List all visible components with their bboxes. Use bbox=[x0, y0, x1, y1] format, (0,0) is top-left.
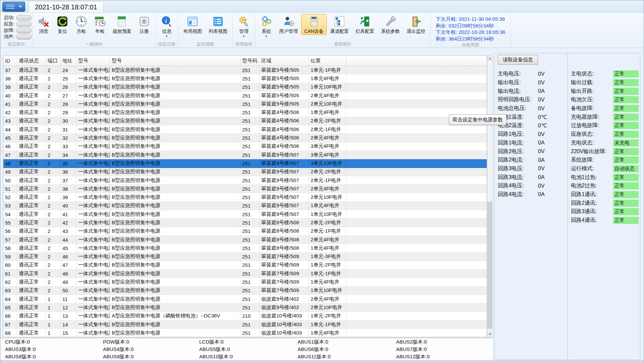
table-row[interactable]: 37通讯正常224一体式集中电源B型应急照明集中电源251翠茵庭5号楼/5051… bbox=[3, 66, 487, 74]
scroll-up-arrow-icon[interactable]: ▲ bbox=[487, 56, 492, 61]
table-row[interactable]: 40通讯正常227一体式集中电源B型应急照明集中电源251翠茵庭5号楼/5052… bbox=[3, 92, 487, 100]
table-cell: 翠茵庭7号楼/509 bbox=[259, 278, 309, 286]
table-row[interactable]: 49通讯正常236一体式集中电源B型应急照明集中电源251翠茵庭9号楼/5072… bbox=[3, 168, 487, 176]
column-header-端口[interactable]: 端口 bbox=[46, 56, 60, 66]
evacuation-plan-button[interactable]: 疏散预案 bbox=[109, 14, 135, 35]
table-cell: 11 bbox=[60, 295, 76, 303]
column-header-型号[interactable]: 型号 bbox=[110, 56, 240, 66]
table-row[interactable]: 65通讯正常112一体式集中电源B型应急照明集中电源251临波庭9号楼/4022… bbox=[3, 303, 487, 312]
column-header-位置[interactable]: 位置 bbox=[309, 56, 346, 66]
table-cell: B型应急照明集中电源 bbox=[110, 125, 240, 134]
table-row[interactable]: 46通讯正常233一体式集中电源B型应急照明集中电源251翠茵庭4号楼/5063… bbox=[3, 142, 487, 151]
table-row[interactable]: 58通讯正常245一体式集中电源B型应急照明集中电源251翠茵庭8号楼/5081… bbox=[3, 244, 487, 252]
reset-button[interactable]: 复位 bbox=[53, 14, 72, 35]
mute-button[interactable]: 消音 bbox=[34, 14, 53, 35]
status-row: 故障: bbox=[4, 27, 32, 34]
column-header-通讯状态[interactable]: 通讯状态 bbox=[17, 56, 46, 66]
status-label: 备电故障: bbox=[571, 105, 613, 112]
table-cell: 2单元4F电井 bbox=[309, 295, 346, 303]
table-row[interactable]: 48通讯正常235一体式集中电源B型应急照明集中电源251翠茵庭9号楼/5073… bbox=[3, 159, 487, 168]
table-row[interactable]: 54通讯正常241一体式集中电源B型应急照明集中电源251翠茵庭9号楼/5071… bbox=[3, 210, 487, 219]
table-row[interactable]: 41通讯正常228一体式集中电源B型应急照明集中电源251翠茵庭5号楼/5052… bbox=[3, 100, 487, 108]
table-cell: 2 bbox=[46, 253, 60, 261]
register-button[interactable]: ®注册 bbox=[135, 14, 154, 35]
vertical-scrollbar[interactable]: ▲ ▼ bbox=[487, 55, 493, 337]
status-label: 充电器故障: bbox=[571, 114, 613, 121]
ribbon-group-label: 一般操作 bbox=[33, 41, 155, 48]
column-header-ID[interactable]: ID bbox=[3, 56, 17, 66]
table-cell: 48 bbox=[3, 159, 17, 168]
lamp-config-button[interactable]: 灯具配置 bbox=[352, 14, 378, 35]
column-header-型号[interactable]: 型号 bbox=[76, 56, 110, 66]
table-row[interactable]: 52通讯正常239一体式集中电源B型应急照明集中电源251翠茵庭9号楼/5072… bbox=[3, 193, 487, 201]
table-row[interactable]: 44通讯正常231一体式集中电源B型应急照明集中电源251翠茵庭4号楼/5062… bbox=[3, 125, 487, 134]
ribbon-group-状态提示: 启动:应急:故障:消声:状态提示 bbox=[0, 13, 33, 48]
reading-value: 0V bbox=[538, 148, 545, 155]
table-row[interactable]: 57通讯正常244一体式集中电源B型应急照明集中电源251翠茵庭8号楼/5082… bbox=[3, 236, 487, 244]
table-cell-filler bbox=[346, 185, 487, 193]
table-row[interactable]: 43通讯正常230一体式集中电源B型应急照明集中电源251翠茵庭4号楼/5062… bbox=[3, 117, 487, 125]
datetime-tab[interactable]: 2021-10-28 18:07:01 bbox=[29, 1, 104, 12]
table-row[interactable]: 60通讯正常247一体式集中电源B型应急照明集中电源251翠茵庭7号楼/5091… bbox=[3, 261, 487, 269]
table-row[interactable]: 64通讯正常111一体式集中电源B型应急照明集中电源251临波庭9号楼/4022… bbox=[3, 295, 487, 303]
table-cell: 2单元10F电井 bbox=[309, 100, 346, 108]
layout-view-button[interactable]: 布局视图 bbox=[180, 14, 205, 35]
read-device-info-button[interactable]: 读取设备信息 bbox=[498, 55, 538, 65]
table-cell: 251 bbox=[240, 253, 259, 261]
table-row[interactable]: 55通讯正常242一体式集中电源B型应急照明集中电源251翠茵庭8号楼/5082… bbox=[3, 219, 487, 227]
status-label: 回路2通讯: bbox=[571, 200, 613, 207]
reading-label: 输出电压: bbox=[498, 79, 538, 86]
table-cell: 68 bbox=[3, 329, 17, 337]
manage-button[interactable]: 管理▼ bbox=[234, 14, 253, 38]
table-row[interactable]: 45通讯正常232一体式集中电源B型应急照明集中电源251翠茵庭4号楼/5062… bbox=[3, 134, 487, 142]
table-row[interactable]: 63通讯正常250一体式集中电源B型应急照明集中电源251翠茵庭7号楼/5091… bbox=[3, 287, 487, 295]
table-cell: 2 bbox=[46, 261, 60, 269]
table-cell: 一体式集中电源 bbox=[76, 134, 110, 142]
column-header-区域[interactable]: 区域 bbox=[259, 56, 309, 66]
column-header-地址[interactable]: 地址 bbox=[60, 56, 76, 66]
list-view-button[interactable]: 列表视图 bbox=[205, 14, 231, 35]
app-menu-button[interactable] bbox=[2, 2, 25, 12]
register-button-label: 注册 bbox=[140, 28, 149, 35]
table-row[interactable]: 68通讯正常115一体式集中电源B型应急照明集中电源251临波庭10号楼/403… bbox=[3, 329, 487, 337]
table-row[interactable]: 59通讯正常246一体式集中电源B型应急照明集中电源251翠茵庭7号楼/5091… bbox=[3, 253, 487, 261]
selfcheck-line: 剩余: 032日09时58分34秒 bbox=[436, 22, 505, 29]
annual-check-button[interactable]: 年检 bbox=[91, 14, 109, 35]
table-row[interactable]: 38通讯正常225一体式集中电源B型应急照明集中电源251翠茵庭5号楼/5051… bbox=[3, 74, 487, 83]
info-button[interactable]: i信息▼ bbox=[157, 14, 176, 38]
table-row[interactable]: 53通讯正常240一体式集中电源B型应急照明集中电源251翠茵庭9号楼/5071… bbox=[3, 202, 487, 210]
table-row[interactable]: 61通讯正常248一体式集中电源B型应急照明集中电源251翠茵庭7号楼/5091… bbox=[3, 269, 487, 278]
monthly-check-icon bbox=[75, 15, 88, 28]
sys-param-button[interactable]: 系统参数 bbox=[378, 14, 403, 35]
table-row[interactable]: 67通讯正常114一体式集中电源B型应急照明集中电源251临波庭10号楼/403… bbox=[3, 320, 487, 329]
table-row[interactable]: 62通讯正常249一体式集中电源B型应急照明集中电源251翠茵庭7号楼/5091… bbox=[3, 278, 487, 286]
table-row[interactable]: 47通讯正常234一体式集中电源B型应急照明集中电源251翠茵庭9号楼/5073… bbox=[3, 151, 487, 159]
system-button[interactable]: 系统▼ bbox=[257, 14, 276, 38]
scrollbar-thumb[interactable] bbox=[488, 202, 492, 328]
table-cell: 251 bbox=[240, 227, 259, 236]
reading-value: 0A bbox=[538, 157, 545, 163]
channel-config-button[interactable]: 通道配置 bbox=[327, 14, 352, 35]
scroll-down-arrow-icon[interactable]: ▼ bbox=[487, 331, 492, 337]
can-device-button[interactable]: CAN设备 bbox=[301, 14, 327, 35]
reading-value: 0A bbox=[538, 140, 545, 146]
table-row[interactable]: 66通讯正常113一体式集中电源A型应急照明集中电源（磷酸铁锂电池）--DC36… bbox=[3, 312, 487, 320]
table-cell: 1单元4F电井 bbox=[309, 108, 346, 117]
table-cell: 251 bbox=[240, 320, 259, 329]
status-row: 充电状态:未充电 bbox=[571, 139, 639, 147]
table-row[interactable]: 50通讯正常237一体式集中电源B型应急照明集中电源251翠茵庭9号楼/5072… bbox=[3, 176, 487, 185]
monthly-check-button[interactable]: 月检 bbox=[72, 14, 91, 35]
user-manage-button[interactable]: 用户管理 bbox=[276, 14, 301, 35]
table-cell: 一体式集中电源 bbox=[76, 278, 110, 286]
column-header-型号码[interactable]: 型号码 bbox=[240, 56, 259, 66]
table-cell: 2 bbox=[46, 159, 60, 168]
exit-monitor-button[interactable]: 退出监控 bbox=[403, 14, 429, 35]
table-cell-filler bbox=[346, 176, 487, 185]
table-row[interactable]: 42通讯正常229一体式集中电源B型应急照明集中电源251翠茵庭4号楼/5061… bbox=[3, 108, 487, 117]
table-cell: 通讯正常 bbox=[17, 159, 46, 168]
table-cell: 2 bbox=[46, 244, 60, 252]
reading-row: 回路2电压:0V bbox=[498, 147, 547, 156]
table-row[interactable]: 39通讯正常226一体式集中电源B型应急照明集中电源251翠茵庭5号楼/5051… bbox=[3, 83, 487, 92]
table-row[interactable]: 56通讯正常243一体式集中电源B型应急照明集中电源251翠茵庭8号楼/5082… bbox=[3, 227, 487, 236]
table-row[interactable]: 51通讯正常238一体式集中电源B型应急照明集中电源251翠茵庭9号楼/5072… bbox=[3, 185, 487, 193]
